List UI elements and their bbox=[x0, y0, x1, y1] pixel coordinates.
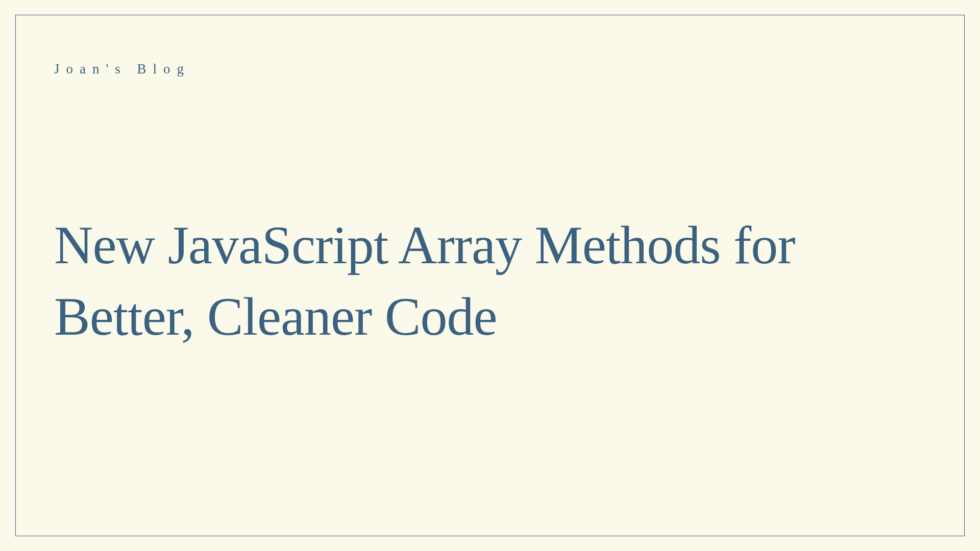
content-frame: Joan's Blog New JavaScript Array Methods… bbox=[15, 15, 965, 536]
blog-label: Joan's Blog bbox=[54, 61, 926, 77]
page-title: New JavaScript Array Methods for Better,… bbox=[54, 210, 926, 353]
